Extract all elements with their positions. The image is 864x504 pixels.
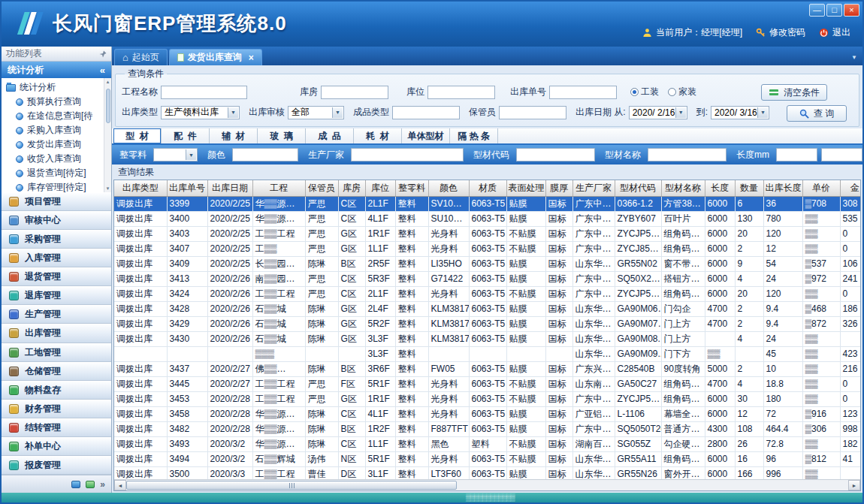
menu-item[interactable]: 出库管理 — [2, 324, 111, 343]
computer-icon[interactable] — [71, 481, 80, 488]
menu-item[interactable]: 项目管理 — [2, 192, 111, 211]
table-row[interactable]: 调拨出库34002020/2/25华▒▒源…严思C区4L1F整料SU10…606… — [114, 211, 860, 226]
scroll-right-icon[interactable]: ► — [848, 480, 860, 490]
horizontal-scrollbar[interactable]: ◄ ► — [114, 479, 860, 490]
product-type-input[interactable] — [392, 106, 460, 119]
menu-item[interactable]: 退库管理 — [2, 286, 111, 305]
column-header[interactable]: 出库单号 — [167, 180, 207, 196]
menu-item[interactable]: 仓储管理 — [2, 362, 111, 381]
column-header[interactable]: 材质 — [469, 180, 506, 196]
material-tab[interactable]: 成 品 — [306, 128, 354, 143]
date-to-picker[interactable]: 2020/ 3/16 ▼ — [711, 106, 769, 119]
tree-item[interactable]: 采购入库查询 — [6, 123, 104, 137]
audit-combo[interactable]: 全部 ▼ — [288, 106, 344, 119]
tree-item[interactable]: 发货出库查询 — [6, 137, 104, 152]
outbound-type-combo[interactable]: 生产领料出库 ▼ — [161, 106, 240, 119]
menu-item[interactable]: 采购管理 — [2, 230, 111, 249]
scroll-down-icon[interactable]: ▼ — [106, 185, 110, 192]
menu-item[interactable]: 生产管理 — [2, 305, 111, 324]
column-header[interactable]: 膜厚 — [545, 180, 572, 196]
table-row[interactable]: 调拨出库35002020/3/3工▒▒工程曹佳D区3L1F整料LT3F60606… — [114, 466, 860, 479]
grid-icon[interactable] — [86, 481, 95, 488]
table-row[interactable]: 调拨出库34092020/2/25长▒▒园…陈琳B区2R5F整料LI35HO60… — [114, 256, 860, 271]
column-header[interactable]: 库房 — [338, 180, 365, 196]
tree-item[interactable]: 预算执行查询 — [6, 95, 104, 109]
table-row[interactable]: 调拨出库34582020/2/28华▒▒源…陈琳C区4L1F整料光身料6063-… — [114, 406, 860, 421]
menu-item[interactable]: 退货管理 — [2, 267, 111, 286]
column-header[interactable]: 保管员 — [305, 180, 338, 196]
table-row[interactable]: 调拨出库34242020/2/26工▒▒工程严思C区2L1F整料光身料6063-… — [114, 286, 860, 301]
keeper-input[interactable] — [499, 106, 566, 119]
tree-item[interactable]: 退货查询[待定] — [6, 166, 104, 180]
manufacturer-input[interactable] — [351, 148, 464, 161]
scroll-thumb[interactable] — [126, 481, 457, 490]
column-header[interactable]: 出库长度 — [763, 180, 802, 196]
profile-name-input[interactable] — [648, 148, 727, 161]
column-header[interactable]: 工程 — [252, 180, 305, 196]
project-name-input[interactable] — [161, 86, 247, 99]
sidebar-group-statistics[interactable]: 统计分析 « — [2, 62, 111, 78]
tree-scroll-thumb[interactable] — [106, 89, 110, 123]
tree-item[interactable]: 库存管理[待定] — [6, 180, 104, 192]
material-tab[interactable]: 耗 材 — [354, 128, 402, 143]
minimize-button[interactable]: — — [809, 4, 825, 17]
material-tab[interactable]: 辅 材 — [210, 128, 258, 143]
table-row[interactable]: 调拨出库34532020/2/28工▒▒工程严思G区1R1F整料光身料6063-… — [114, 391, 860, 406]
whole-piece-combo[interactable]: 全部 ▼ — [153, 148, 198, 161]
tab-shipment-outbound-query[interactable]: 发货出库查询 × — [169, 49, 262, 65]
column-header[interactable]: 出库类型 — [114, 180, 167, 196]
scroll-up-icon[interactable]: ▲ — [106, 78, 110, 86]
column-header[interactable]: 金 — [840, 180, 860, 196]
column-header[interactable]: 整零料 — [395, 180, 428, 196]
profile-code-input[interactable] — [516, 148, 595, 161]
menu-item[interactable]: 审核中心 — [2, 211, 111, 230]
table-row[interactable]: 调拨出库34372020/2/27佛▒▒…陈琳B区3R6F整料FW056063-… — [114, 361, 860, 376]
clear-conditions-button[interactable]: 清空条件 — [761, 84, 827, 101]
more-buttons-chevron[interactable]: » — [100, 479, 105, 490]
length-from-input[interactable] — [776, 148, 817, 161]
order-no-input[interactable] — [549, 86, 617, 99]
location-input[interactable] — [427, 86, 495, 99]
column-header[interactable]: 出库日期 — [207, 180, 252, 196]
maximize-button[interactable]: □ — [826, 4, 842, 17]
logout-button[interactable]: 退出 — [819, 26, 850, 39]
tree-root-item[interactable]: 统计分析 — [6, 80, 104, 95]
table-row[interactable]: 调拨出库34132020/2/26南▒▒园…严思C区5R3F整料G7142260… — [114, 271, 860, 286]
menu-item[interactable]: 财务管理 — [2, 400, 111, 418]
column-header[interactable]: 颜色 — [428, 180, 469, 196]
column-header[interactable]: 生产厂家 — [572, 180, 615, 196]
table-row[interactable]: 调拨出库34072020/2/25工▒▒严思G区1L1F整料光身料6063-T5… — [114, 241, 860, 256]
tab-list-dropdown-icon[interactable]: ▼ — [851, 54, 857, 61]
length-to-input[interactable] — [821, 148, 862, 161]
close-tab-icon[interactable]: × — [249, 53, 254, 63]
column-header[interactable]: 库位 — [365, 180, 395, 196]
table-row[interactable]: 调拨出库34452020/2/27工▒▒工程严思F区5R1F整料光身料6063-… — [114, 376, 860, 391]
material-tab[interactable]: 单体型材 — [402, 128, 450, 143]
material-tab[interactable]: 型 材 — [113, 128, 162, 143]
column-header[interactable]: 型材名称 — [661, 180, 705, 196]
workwear-radio[interactable] — [630, 88, 639, 96]
column-header[interactable]: 型材代码 — [615, 180, 661, 196]
menu-item[interactable]: 补单中心 — [2, 437, 111, 456]
menu-item[interactable]: 结转管理 — [2, 418, 111, 437]
column-header[interactable]: 长度 — [705, 180, 735, 196]
material-tab[interactable]: 配 件 — [162, 128, 210, 143]
menu-item[interactable]: 报废管理 — [2, 456, 111, 475]
color-input[interactable] — [232, 148, 298, 161]
change-password-link[interactable]: 修改密码 — [756, 26, 805, 39]
tab-home[interactable]: ⌂ 起始页 — [114, 49, 168, 65]
table-row[interactable]: 调拨出库34932020/3/2华▒▒源…陈琳C区1L1F整料黑色塑料不贴膜国标… — [114, 436, 860, 451]
table-row[interactable]: 调拨出库34942020/3/2石▒▒辉城汤伟N区5R1F整料光身料6063-T… — [114, 451, 860, 466]
tree-item[interactable]: 收货入库查询 — [6, 152, 104, 166]
search-button[interactable]: 查 询 — [787, 105, 847, 122]
warehouse-input[interactable] — [321, 86, 388, 99]
material-tab[interactable]: 玻 璃 — [258, 128, 306, 143]
menu-item[interactable]: 入库管理 — [2, 249, 111, 267]
table-row[interactable]: ▒▒▒3L3F整料山东华…GA90M09..门下方▒▒45▒▒423 — [114, 346, 860, 361]
menu-item[interactable]: 物料盘存 — [2, 381, 111, 400]
scroll-left-icon[interactable]: ◄ — [114, 480, 126, 490]
tree-item[interactable]: 在途信息查询[待 — [6, 109, 104, 123]
close-button[interactable]: × — [844, 4, 859, 17]
table-row[interactable]: 调拨出库34032020/2/25工▒▒工程严思G区1R1F整料光身料6063-… — [114, 226, 860, 241]
table-row[interactable]: 调拨出库34292020/2/26石▒▒城陈琳G区5R2F整料KLM381760… — [114, 316, 860, 331]
